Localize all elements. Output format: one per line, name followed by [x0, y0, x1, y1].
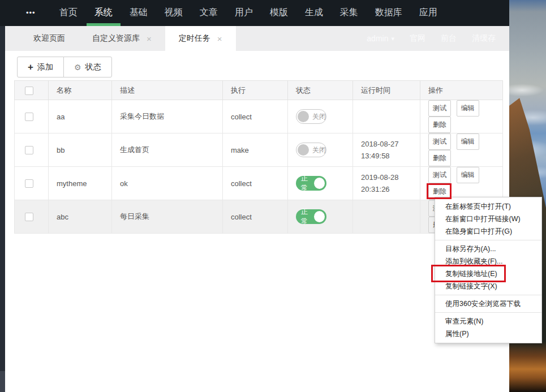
top-nav: ••• 首页系统基础视频文章用户模版生成采集数据库应用 [0, 0, 509, 26]
cell-name: aa [49, 100, 112, 133]
cell-runtime [353, 100, 420, 133]
gear-icon: ⚙ [74, 63, 81, 71]
left-edge-strip-bottom [0, 371, 5, 392]
cell-exec: collect [223, 167, 288, 200]
nav-item-generate[interactable]: 生成 [296, 0, 332, 26]
tab-close-icon[interactable]: × [147, 35, 152, 43]
nav-item-basic[interactable]: 基础 [121, 0, 156, 26]
row-checkbox[interactable] [25, 179, 33, 188]
table-row: bb 生成首页 make 关闭 2018-08-27 13:49:58 测试 编… [15, 133, 503, 167]
menu-separator [435, 240, 541, 240]
user-menu[interactable]: admin ▾ [367, 34, 394, 43]
nav-item-user[interactable]: 用户 [226, 0, 261, 26]
nav-item-database[interactable]: 数据库 [367, 0, 411, 26]
status-toggle[interactable]: 正常 [296, 176, 326, 191]
content-area: + 添加 ⚙ 状态 名称 描述 执行 状态 运行时间 [5, 51, 509, 392]
userlink-front-site[interactable]: 前台 [441, 33, 457, 44]
tab-bar: 欢迎页面 自定义资源库 × 定时任务 × admin ▾ 官网前台清缓存 [5, 26, 509, 51]
cell-description: 生成首页 [112, 133, 223, 167]
header-exec: 执行 [223, 81, 288, 100]
menu-item-open-new-window[interactable]: 在新窗口中打开链接(W) [435, 213, 541, 225]
header-runtime: 运行时间 [353, 81, 420, 100]
left-edge-strip [0, 26, 5, 371]
delete-button[interactable]: 删除 [428, 150, 451, 166]
menu-item-open-incognito[interactable]: 在隐身窗口中打开(G) [435, 225, 541, 238]
menu-item-inspect-element[interactable]: 审查元素(N) [435, 315, 541, 328]
test-button[interactable]: 测试 [428, 100, 451, 117]
tabs: 欢迎页面 自定义资源库 × 定时任务 × [20, 26, 236, 51]
toggle-knob-icon [298, 144, 309, 156]
user-links: 官网前台清缓存 [410, 33, 496, 44]
toggle-knob-icon [298, 111, 309, 122]
cell-description: ok [112, 167, 223, 200]
select-all-checkbox[interactable] [25, 87, 33, 95]
table-row: abc 每日采集 collect 正常 测试 编辑 删除 [15, 200, 503, 234]
annotation-box-copy-link-address [431, 265, 506, 282]
cell-description: 每日采集 [112, 200, 223, 234]
tab-custom-resource[interactable]: 自定义资源库 × [79, 26, 165, 51]
status-toggle[interactable]: 正常 [296, 209, 326, 224]
edit-button[interactable]: 编辑 [457, 133, 479, 150]
add-button-label: 添加 [37, 62, 53, 72]
cell-description: 采集今日数据 [112, 100, 223, 133]
cell-runtime: 2019-08-28 20:31:26 [353, 167, 420, 200]
test-button[interactable]: 测试 [428, 133, 451, 150]
delete-button[interactable]: 删除 [428, 117, 451, 133]
row-checkbox[interactable] [25, 213, 33, 221]
status-toggle[interactable]: 关闭 [296, 109, 326, 124]
annotation-box-test-button [427, 183, 452, 199]
userlink-clear-cache[interactable]: 清缓存 [472, 33, 496, 44]
table-row: aa 采集今日数据 collect 关闭 测试 编辑 删除 [15, 100, 503, 133]
status-button[interactable]: ⚙ 状态 [63, 57, 112, 77]
status-button-label: 状态 [85, 62, 101, 72]
caret-down-icon: ▾ [391, 35, 394, 42]
cell-exec: make [223, 133, 288, 167]
plus-icon: + [28, 62, 33, 72]
nav-item-app[interactable]: 应用 [411, 0, 446, 26]
header-actions: 操作 [420, 81, 503, 100]
nav-item-article[interactable]: 文章 [191, 0, 226, 26]
row-checkbox[interactable] [25, 146, 33, 154]
toggle-knob-icon [314, 178, 325, 189]
nav-item-home[interactable]: 首页 [51, 0, 86, 26]
edit-button[interactable]: 编辑 [457, 100, 479, 117]
header-description: 描述 [112, 81, 223, 100]
tab-close-icon[interactable]: × [217, 35, 222, 43]
menu-item-download-with-360[interactable]: 使用360安全浏览器下载 [435, 298, 541, 310]
cell-actions: 测试 编辑 删除 [420, 133, 503, 167]
table-header-row: 名称 描述 执行 状态 运行时间 操作 [15, 81, 503, 100]
test-button[interactable]: 测试 [428, 167, 451, 183]
tab-scheduled-task[interactable]: 定时任务 × [165, 26, 236, 51]
cell-exec: collect [223, 100, 288, 133]
header-status: 状态 [288, 81, 353, 100]
cell-runtime [353, 200, 420, 234]
nav-item-system[interactable]: 系统 [86, 0, 121, 26]
nav-item-video[interactable]: 视频 [156, 0, 191, 26]
add-button[interactable]: + 添加 [17, 57, 64, 77]
toolbar: + 添加 ⚙ 状态 [17, 57, 112, 77]
cell-actions: 测试 编辑 删除 [420, 100, 503, 133]
menu-item-save-target-as[interactable]: 目标另存为(A)... [435, 243, 541, 255]
tab-welcome[interactable]: 欢迎页面 [20, 26, 79, 51]
username: admin [367, 34, 388, 43]
header-name: 名称 [49, 81, 112, 100]
more-menu-icon[interactable]: ••• [26, 0, 36, 26]
nav-item-collect[interactable]: 采集 [332, 0, 367, 26]
user-bar: admin ▾ 官网前台清缓存 [367, 26, 496, 51]
menu-item-properties[interactable]: 属性(P) [435, 328, 541, 340]
cell-runtime: 2018-08-27 13:49:58 [353, 133, 420, 167]
edit-button[interactable]: 编辑 [457, 167, 479, 183]
nav-item-template[interactable]: 模版 [261, 0, 296, 26]
toggle-knob-icon [314, 211, 325, 222]
cell-name: abc [49, 200, 112, 234]
userlink-official-site[interactable]: 官网 [410, 33, 425, 44]
nav-items: 首页系统基础视频文章用户模版生成采集数据库应用 [51, 0, 446, 26]
status-toggle[interactable]: 关闭 [296, 143, 326, 157]
menu-separator [435, 312, 541, 313]
cell-name: bb [49, 133, 112, 167]
menu-item-open-new-tab[interactable]: 在新标签页中打开(T) [435, 200, 541, 213]
row-checkbox[interactable] [25, 113, 33, 121]
task-table: 名称 描述 执行 状态 运行时间 操作 aa 采集今日数据 collect 关闭… [14, 80, 503, 234]
menu-separator [435, 295, 541, 295]
cell-exec: collect [223, 200, 288, 234]
